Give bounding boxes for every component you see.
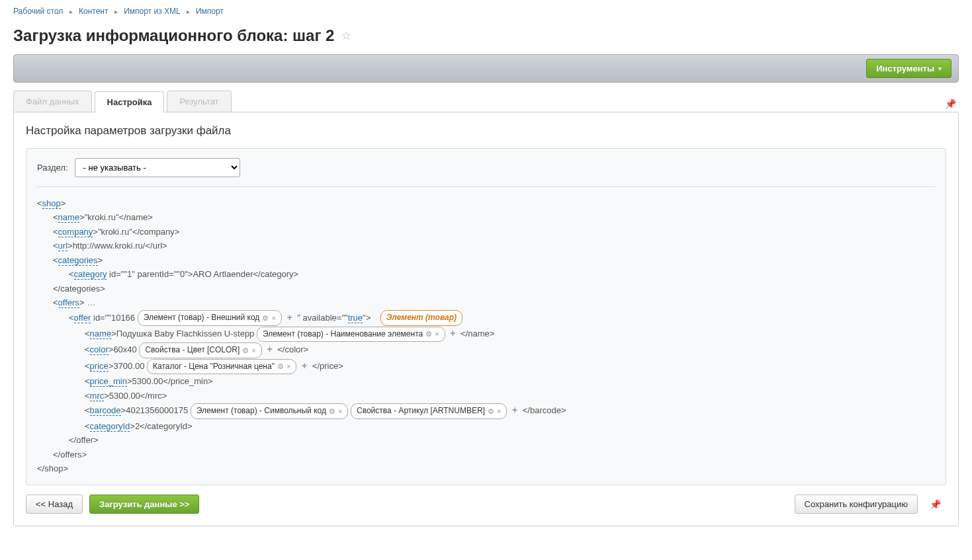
xml-price-val: 3700.00 [113, 361, 147, 371]
star-icon[interactable]: ☆ [341, 28, 351, 43]
xml-category-attrs: id=""1" parentId=""0"> [107, 269, 193, 279]
pill-label: Свойства - Цвет [COLOR] [145, 344, 240, 357]
save-config-button[interactable]: Сохранить конфигурацию [795, 495, 918, 514]
pill-ext-code[interactable]: Элемент (товар) - Внешний код⚙× [138, 310, 282, 326]
xml-name[interactable]: name [58, 212, 80, 223]
plus-icon[interactable]: + [287, 312, 292, 323]
xml-categories[interactable]: categories [58, 255, 98, 266]
pill-label: Элемент (товар) - Символьный код [197, 405, 326, 418]
xml-offer[interactable]: offer [74, 313, 91, 323]
dots-icon[interactable]: … [87, 298, 95, 307]
xml-category-val: ARO Artlaender [193, 269, 253, 279]
pill-price[interactable]: Каталог - Цена "Розничная цена"⚙× [147, 359, 296, 375]
load-button[interactable]: Загрузить данные >> [89, 495, 199, 514]
pill-sym-code[interactable]: Элемент (товар) - Символьный код⚙× [191, 403, 349, 419]
close-icon[interactable]: × [435, 328, 439, 340]
xml-company-val: "kroki.ru" [98, 227, 132, 237]
xml-shop[interactable]: shop [42, 198, 61, 209]
close-icon[interactable]: × [497, 405, 501, 417]
xml-url-val: http://www.kroki.ru/ [73, 241, 146, 251]
tools-label: Инструменты [876, 63, 934, 73]
section-label: Раздел: [37, 163, 68, 173]
tools-button[interactable]: Инструменты ▾ [866, 59, 951, 78]
pill-label: Элемент (товар) - Внешний код [144, 311, 260, 325]
plus-icon[interactable]: + [267, 344, 272, 354]
gear-icon[interactable]: ⚙ [242, 344, 249, 356]
plus-icon[interactable]: + [302, 360, 307, 371]
xml-color-val: 60x40 [113, 344, 139, 354]
xml-mrc[interactable]: mrc [90, 391, 105, 401]
tab-settings[interactable]: Настройка [95, 91, 165, 112]
xml-url[interactable]: url [58, 241, 67, 251]
xml-price-min-val: 5300.00 [132, 376, 163, 386]
back-button[interactable]: << Назад [26, 495, 83, 514]
chevron-right-icon: ▸ [187, 8, 190, 15]
crumb-import-xml[interactable]: Импорт из XML [124, 7, 180, 16]
crumb-import[interactable]: Импорт [196, 7, 224, 16]
panel-title: Настройка параметров загрузки файла [26, 124, 946, 138]
xml-barcode-val: 4021356000175 [126, 405, 191, 415]
xml-offer-end: "> [363, 313, 371, 323]
gear-icon[interactable]: ⚙ [262, 312, 269, 324]
pill-label: Каталог - Цена "Розничная цена" [153, 360, 275, 374]
xml-categoryid[interactable]: categoryId [90, 421, 130, 432]
crumb-desktop[interactable]: Рабочий стол [13, 7, 63, 16]
close-icon[interactable]: × [271, 312, 275, 324]
gear-icon[interactable]: ⚙ [277, 360, 284, 372]
close-icon[interactable]: × [251, 344, 255, 356]
xml-offers[interactable]: offers [58, 298, 79, 308]
tab-result[interactable]: Результат [167, 91, 231, 112]
pill-artnumber[interactable]: Свойства - Артикул [ARTNUMBER]⚙× [351, 403, 507, 419]
inner-box: Раздел: - не указывать - <shop> <name>"k… [26, 148, 946, 485]
settings-panel: Настройка параметров загрузки файла Разд… [13, 112, 959, 526]
xml-mrc-val: 5300.00 [109, 391, 140, 401]
gear-icon[interactable]: ⚙ [488, 405, 494, 417]
page-title: Загрузка информационного блока: шаг 2 [13, 26, 334, 45]
xml-offer-true[interactable]: true [348, 313, 363, 323]
pill-label: Элемент (товар) [386, 311, 457, 325]
xml-category[interactable]: category [74, 269, 107, 280]
chevron-right-icon: ▸ [69, 8, 73, 15]
close-icon[interactable]: × [338, 405, 342, 417]
xml-company[interactable]: company [58, 227, 93, 237]
xml-tree: <shop> <name>"kroki.ru"</name> <company>… [37, 196, 935, 475]
toolbar: Инструменты ▾ [13, 54, 959, 83]
xml-price-min[interactable]: price_min [90, 376, 127, 387]
xml-offer-id: id=""10166 [91, 313, 137, 323]
crumb-content[interactable]: Контент [79, 7, 108, 16]
pill-color[interactable]: Свойства - Цвет [COLOR]⚙× [139, 342, 261, 358]
xml-name-val: "kroki.ru" [85, 212, 119, 222]
xml-offer-name-val: Подушка Baby Flachkissen U-stepp [116, 329, 257, 339]
section-select[interactable]: - не указывать - [75, 158, 240, 177]
xml-offer-name[interactable]: name [90, 329, 112, 339]
xml-barcode[interactable]: barcode [90, 405, 121, 416]
pill-element-name[interactable]: Элемент (товар) - Наименование элемента⚙… [257, 327, 445, 342]
close-icon[interactable]: × [287, 360, 290, 372]
xml-color[interactable]: color [90, 344, 109, 355]
pill-element[interactable]: Элемент (товар) [380, 310, 463, 326]
tab-file[interactable]: Файл данных [13, 91, 92, 112]
pin-icon[interactable]: 📌 [924, 497, 946, 512]
gear-icon[interactable]: ⚙ [425, 328, 432, 340]
chevron-down-icon: ▾ [938, 65, 942, 72]
chevron-right-icon: ▸ [114, 8, 118, 15]
plus-icon[interactable]: + [450, 328, 455, 339]
plus-icon[interactable]: + [512, 405, 517, 415]
pin-icon[interactable]: 📌 [942, 96, 959, 112]
pill-label: Элемент (товар) - Наименование элемента [263, 328, 423, 341]
pill-label: Свойства - Артикул [ARTNUMBER] [357, 405, 485, 418]
breadcrumb: Рабочий стол ▸ Контент ▸ Импорт из XML ▸… [0, 0, 972, 22]
gear-icon[interactable]: ⚙ [329, 405, 335, 417]
xml-price[interactable]: price [90, 361, 109, 372]
xml-offer-avail: " available="" [297, 313, 347, 323]
